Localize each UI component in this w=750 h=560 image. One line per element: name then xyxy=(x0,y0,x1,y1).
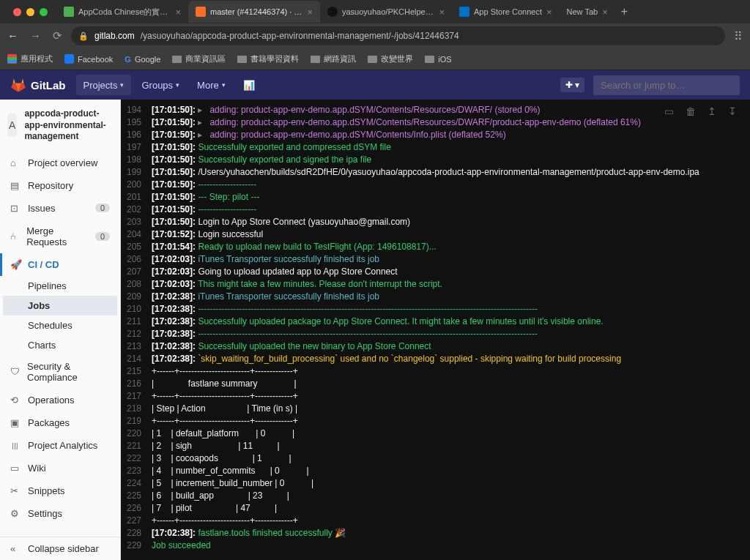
gear-icon: ⚙ xyxy=(10,508,21,519)
apps-icon xyxy=(7,54,17,64)
repo-icon: ▤ xyxy=(10,180,21,191)
maximize-window-icon[interactable] xyxy=(40,8,48,16)
close-tab-icon[interactable]: × xyxy=(439,7,445,18)
bookmark-item[interactable]: Facebook xyxy=(64,54,113,64)
erase-icon[interactable]: 🗑 xyxy=(686,105,696,117)
favicon-icon xyxy=(64,7,74,17)
sidebar-item-snippets[interactable]: ✂Snippets xyxy=(0,479,120,502)
log-line: 206[17:02:03]: iTunes Transporter succes… xyxy=(121,253,750,266)
collapse-sidebar-button[interactable]: «Collapse sidebar xyxy=(0,537,120,560)
issues-count-badge: 0 xyxy=(95,204,110,212)
browser-tab[interactable]: yasuoyuhao/PKCHelper: PKCHe…× xyxy=(320,1,452,23)
mr-count-badge: 0 xyxy=(95,232,110,241)
bookmark-item[interactable]: 應用程式 xyxy=(7,53,53,64)
project-header[interactable]: A appcoda-product-app-environmental-mana… xyxy=(0,100,120,152)
log-line: 201[17:01:50]: --- Step: pilot --- xyxy=(121,191,750,204)
log-line: 215+------+------------------------+----… xyxy=(121,365,750,378)
log-line: 220| 1 | default_platform | 0 | xyxy=(121,428,750,440)
log-line: 202[17:01:50]: -------------------- xyxy=(121,204,750,216)
bookmark-item[interactable]: GGoogle xyxy=(125,55,160,64)
log-line: 224| 5 | increment_build_number | 0 | xyxy=(121,477,750,490)
close-tab-icon[interactable]: × xyxy=(175,7,181,18)
sidebar-item-overview[interactable]: ⌂Project overview xyxy=(0,152,120,174)
scroll-top-icon[interactable]: ▭ xyxy=(664,105,674,117)
log-line: 208[17:02:03]: This might take a few min… xyxy=(121,278,750,291)
bookmark-label: 網路資訊 xyxy=(324,53,356,64)
scroll-down-icon[interactable]: ↧ xyxy=(728,105,737,117)
tab-label: yasuoyuhao/PKCHelper: PKCHe… xyxy=(342,7,434,16)
bookmark-item[interactable]: iOS xyxy=(425,55,451,64)
sidebar-item-merge-requests[interactable]: ⑃Merge Requests0 xyxy=(0,220,120,253)
nav-more[interactable]: More▾ xyxy=(190,70,233,100)
log-line: 210[17:02:38]: -------------------------… xyxy=(121,303,750,316)
bookmark-item[interactable]: 商業資訊區 xyxy=(172,53,226,64)
sidebar-item-settings[interactable]: ⚙Settings xyxy=(0,502,120,525)
sidebar-sub-pipelines[interactable]: Pipelines xyxy=(0,276,120,296)
translate-icon[interactable]: ⠿ xyxy=(734,29,743,43)
sidebar-item-operations[interactable]: ⟲Operations xyxy=(0,389,120,411)
job-toolbar: ▭ 🗑 ↥ ↧ xyxy=(664,105,737,117)
sidebar-sub-schedules[interactable]: Schedules xyxy=(0,316,120,335)
favicon-icon xyxy=(459,7,469,17)
bookmark-item[interactable]: 改變世界 xyxy=(368,53,413,64)
bookmark-label: 應用程式 xyxy=(21,53,53,64)
sidebar-item-analytics[interactable]: ⫼Project Analytics xyxy=(0,434,120,457)
close-tab-icon[interactable]: × xyxy=(602,7,608,18)
log-line: 219+------+------------------------+----… xyxy=(121,415,750,428)
new-tab-button[interactable]: + xyxy=(617,5,632,18)
folder-icon xyxy=(172,56,182,63)
tab-label: New Tab xyxy=(567,7,598,16)
project-name: appcoda-product-app-environmental-manage… xyxy=(24,108,113,143)
log-line: 196[17:01:50]: ▸ adding: product-app-env… xyxy=(121,129,750,141)
bookmark-item[interactable]: 網路資訊 xyxy=(311,53,356,64)
bookmark-label: 商業資訊區 xyxy=(185,53,226,64)
close-tab-icon[interactable]: × xyxy=(546,7,552,18)
minimize-window-icon[interactable] xyxy=(26,8,34,16)
close-tab-icon[interactable]: × xyxy=(307,7,313,18)
nav-groups[interactable]: Groups▾ xyxy=(134,70,187,100)
gitlab-logo[interactable]: GitLab xyxy=(10,77,66,93)
favicon-icon xyxy=(196,7,206,17)
sidebar-sub-jobs[interactable]: Jobs xyxy=(3,296,117,316)
lock-icon: 🔒 xyxy=(78,31,89,41)
tab-label: master (#412446374) · Jobs · … xyxy=(210,7,302,16)
close-window-icon[interactable] xyxy=(13,8,21,16)
folder-icon xyxy=(368,56,377,63)
sidebar-sub-charts[interactable]: Charts xyxy=(0,335,120,355)
tab-label: AppCoda Chinese的實戰：一個… xyxy=(78,7,171,18)
nav-activity-icon[interactable]: 📊 xyxy=(236,70,262,100)
sidebar-item-packages[interactable]: ▣Packages xyxy=(0,411,120,434)
sidebar-item-issues[interactable]: ⊡Issues0 xyxy=(0,197,120,220)
url-field[interactable]: 🔒 gitlab.com/yasuoyuhao/appcoda-product-… xyxy=(71,26,725,45)
browser-tab[interactable]: master (#412446374) · Jobs · …× xyxy=(188,1,320,23)
log-line: 217+------+------------------------+----… xyxy=(121,390,750,403)
back-icon[interactable]: ← xyxy=(7,29,18,42)
window-controls[interactable] xyxy=(6,8,55,16)
bookmark-item[interactable]: 書籍學習資料 xyxy=(237,53,299,64)
project-avatar: A xyxy=(7,113,17,137)
log-line: 226| 7 | pilot | 47 | xyxy=(121,502,750,515)
sidebar-item-cicd[interactable]: 🚀CI / CD xyxy=(0,253,120,276)
log-line: 195[17:01:50]: ▸ adding: product-app-env… xyxy=(121,116,750,129)
browser-tab[interactable]: AppCoda Chinese的實戰：一個…× xyxy=(56,1,188,23)
reload-icon[interactable]: ⟳ xyxy=(53,29,62,42)
forward-icon[interactable]: → xyxy=(30,29,41,42)
browser-tab[interactable]: App Store Connect× xyxy=(452,1,560,23)
search-input[interactable] xyxy=(593,75,740,95)
browser-chrome: AppCoda Chinese的實戰：一個…×master (#41244637… xyxy=(0,0,750,70)
sidebar-item-security[interactable]: 🛡Security & Compliance xyxy=(0,355,120,389)
gitlab-header: GitLab Projects▾ Groups▾ More▾ 📊 ✚ ▾ xyxy=(0,70,750,100)
log-line: 204[17:01:52]: Login successful xyxy=(121,228,750,241)
scroll-up-icon[interactable]: ↥ xyxy=(708,105,716,117)
sidebar-item-wiki[interactable]: ▭Wiki xyxy=(0,457,120,479)
new-dropdown-button[interactable]: ✚ ▾ xyxy=(560,78,584,92)
url-host: gitlab.com xyxy=(94,31,135,41)
log-line: 212[17:02:38]: -------------------------… xyxy=(121,328,750,340)
nav-projects[interactable]: Projects▾ xyxy=(76,75,132,95)
merge-icon: ⑃ xyxy=(10,231,19,242)
browser-tab[interactable]: New Tab× xyxy=(560,1,615,23)
home-icon: ⌂ xyxy=(10,157,21,168)
log-line: 214[17:02:38]: `skip_waiting_for_build_p… xyxy=(121,353,750,365)
sidebar-item-repository[interactable]: ▤Repository xyxy=(0,174,120,197)
bookmark-label: iOS xyxy=(438,55,451,64)
